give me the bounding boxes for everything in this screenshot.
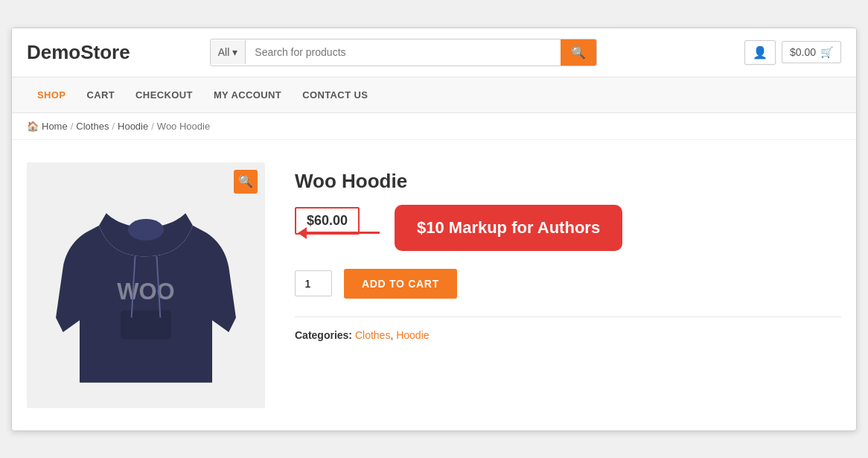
category-clothes[interactable]: Clothes: [355, 329, 390, 341]
product-page: 🔍 WOO: [12, 140, 856, 430]
markup-badge: $10 Markup for Authors: [395, 205, 622, 251]
breadcrumb-home[interactable]: Home: [42, 121, 68, 132]
chevron-down-icon: ▾: [232, 46, 237, 58]
quantity-input[interactable]: [295, 270, 332, 296]
nav-checkout[interactable]: CHECKOUT: [125, 77, 203, 112]
svg-text:WOO: WOO: [117, 279, 174, 305]
category-dropdown[interactable]: All ▾: [211, 40, 246, 64]
cart-amount-value: $0.00: [790, 46, 816, 58]
divider: [295, 317, 841, 317]
cart-icon: 🛒: [820, 46, 833, 58]
breadcrumb-current: Woo Hoodie: [157, 121, 210, 132]
svg-rect-1: [121, 310, 171, 339]
product-categories: Categories: Clothes, Hoodie: [295, 329, 841, 341]
browser-window: DemoStore All ▾ 🔍 👤 $0.00 🛒 SHOP CART CH…: [11, 28, 857, 431]
breadcrumb: 🏠 Home / Clothes / Hoodie / Woo Hoodie: [12, 113, 856, 140]
main-nav: SHOP CART CHECKOUT MY ACCOUNT CONTACT US: [12, 77, 856, 113]
header: DemoStore All ▾ 🔍 👤 $0.00 🛒: [12, 28, 856, 77]
category-hoodie[interactable]: Hoodie: [396, 329, 429, 341]
svg-point-0: [128, 218, 164, 240]
nav-contact-us[interactable]: CONTACT US: [292, 77, 378, 112]
account-button[interactable]: 👤: [744, 40, 776, 65]
search-icon: 🔍: [571, 45, 586, 60]
nav-cart[interactable]: CART: [76, 77, 125, 112]
add-to-cart-row: ADD TO CART: [295, 269, 841, 299]
category-label: All: [218, 46, 230, 58]
user-icon: 👤: [753, 46, 768, 59]
search-button[interactable]: 🔍: [561, 39, 596, 66]
logo: DemoStore: [27, 41, 130, 64]
zoom-icon: 🔍: [238, 174, 253, 188]
categories-label: Categories:: [295, 329, 352, 341]
search-input[interactable]: [246, 40, 560, 64]
arrow-annotation: [295, 232, 380, 234]
product-details: Woo Hoodie $60.00 $10 Markup for Authors…: [295, 162, 841, 408]
nav-my-account[interactable]: MY ACCOUNT: [203, 77, 292, 112]
header-right: 👤 $0.00 🛒: [744, 40, 841, 65]
arrow-icon: [305, 232, 380, 234]
add-to-cart-button[interactable]: ADD TO CART: [344, 269, 457, 299]
product-title: Woo Hoodie: [295, 170, 841, 193]
zoom-button[interactable]: 🔍: [234, 170, 258, 194]
breadcrumb-hoodie[interactable]: Hoodie: [118, 121, 148, 132]
product-image-container: 🔍 WOO: [27, 162, 265, 408]
search-bar: All ▾ 🔍: [210, 39, 597, 66]
product-image: WOO: [49, 174, 243, 397]
nav-shop[interactable]: SHOP: [27, 77, 76, 112]
cart-total: $0.00 🛒: [782, 41, 841, 63]
home-icon: 🏠: [27, 121, 39, 132]
breadcrumb-clothes[interactable]: Clothes: [76, 121, 109, 132]
